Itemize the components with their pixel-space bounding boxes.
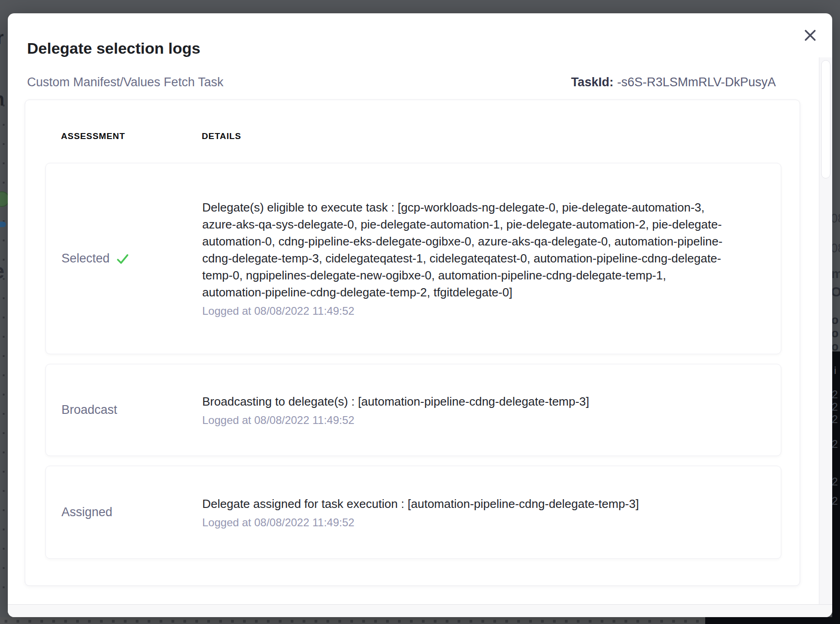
assessment-cell: Selected bbox=[61, 251, 202, 266]
details-cell: Broadcasting to delegate(s) : [automatio… bbox=[202, 393, 729, 427]
table-row: Assigned Delegate assigned for task exec… bbox=[45, 466, 781, 559]
details-text: Delegate assigned for task execution : [… bbox=[202, 496, 729, 513]
backdrop-text-fragment: m bbox=[831, 267, 840, 280]
backdrop-text-fragment: or bbox=[0, 28, 4, 47]
backdrop-bottom-band bbox=[0, 617, 705, 624]
backdrop-text-fragment: 08 bbox=[831, 242, 840, 255]
backdrop-text-fragment: 2 bbox=[832, 439, 838, 450]
backdrop-dashed-line bbox=[5, 620, 705, 623]
column-header-details: DETAILS bbox=[202, 131, 241, 141]
backdrop-text-fragment: m bbox=[0, 90, 5, 108]
backdrop-text-fragment: re bbox=[0, 261, 4, 282]
backdrop-text-fragment: o bbox=[831, 327, 839, 339]
details-text: Delegate(s) eligible to execute task : [… bbox=[202, 199, 729, 301]
backdrop-text-fragment: O bbox=[831, 285, 840, 299]
dimmed-backdrop: { "modal": { "title": "Delegate selectio… bbox=[0, 0, 840, 624]
task-name: Custom Manifest/Values Fetch Task bbox=[27, 75, 223, 90]
backdrop-text-fragment: 2 bbox=[832, 476, 838, 487]
column-header-assessment: ASSESSMENT bbox=[61, 131, 202, 141]
task-id-label: TaskId: bbox=[571, 75, 613, 89]
logged-timestamp: Logged at 08/08/2022 11:49:52 bbox=[202, 413, 729, 427]
close-button[interactable] bbox=[800, 25, 820, 45]
logged-timestamp: Logged at 08/08/2022 11:49:52 bbox=[202, 516, 729, 529]
details-cell: Delegate assigned for task execution : [… bbox=[202, 496, 729, 529]
backdrop-text-fragment: 2 bbox=[832, 389, 838, 400]
pipeline-connector-fragment bbox=[0, 222, 6, 227]
assessment-label: Selected bbox=[61, 251, 110, 266]
dialog-footer bbox=[8, 604, 832, 617]
backdrop-text-fragment: i bbox=[834, 366, 836, 376]
assessment-label: Broadcast bbox=[61, 403, 117, 417]
backdrop-text-fragment: o bbox=[831, 314, 839, 326]
modal-scrollbar[interactable] bbox=[819, 57, 832, 604]
backdrop-dotted-connector bbox=[3, 105, 5, 592]
backdrop-text-fragment: o bbox=[831, 340, 839, 352]
task-id: TaskId:-s6S-R3LSMmRLV-DkPusyA bbox=[571, 75, 776, 90]
backdrop-text-fragment: 2 bbox=[832, 401, 838, 412]
check-icon bbox=[115, 251, 130, 266]
log-rows: Selected Delegate(s) eligible to execute… bbox=[45, 163, 781, 568]
logged-timestamp: Logged at 08/08/2022 11:49:52 bbox=[202, 304, 729, 318]
backdrop-text-fragment: 08 bbox=[831, 212, 840, 225]
table-header-row: ASSESSMENT DETAILS bbox=[61, 131, 781, 141]
backdrop-text-fragment: 2 bbox=[832, 496, 838, 507]
table-row: Broadcast Broadcasting to delegate(s) : … bbox=[45, 364, 781, 456]
assessment-cell: Assigned bbox=[61, 505, 202, 519]
assessment-label: Assigned bbox=[61, 505, 112, 519]
details-text: Broadcasting to delegate(s) : [automatio… bbox=[202, 393, 729, 410]
table-row: Selected Delegate(s) eligible to execute… bbox=[45, 163, 781, 354]
assessment-cell: Broadcast bbox=[61, 403, 202, 417]
logs-table-card: ASSESSMENT DETAILS Selected Delegate(s) … bbox=[25, 100, 800, 586]
details-cell: Delegate(s) eligible to execute task : [… bbox=[202, 199, 729, 318]
scrollbar-thumb[interactable] bbox=[821, 60, 830, 178]
dialog-title: Delegate selection logs bbox=[27, 39, 200, 58]
backdrop-console-corner bbox=[705, 617, 840, 624]
task-id-value: -s6S-R3LSMmRLV-DkPusyA bbox=[617, 75, 776, 89]
delegate-selection-logs-dialog: Delegate selection logs Custom Manifest/… bbox=[8, 13, 832, 617]
close-icon bbox=[804, 29, 817, 42]
backdrop-text-fragment: 2 bbox=[832, 414, 838, 425]
dialog-subheader: Custom Manifest/Values Fetch Task TaskId… bbox=[27, 75, 776, 90]
